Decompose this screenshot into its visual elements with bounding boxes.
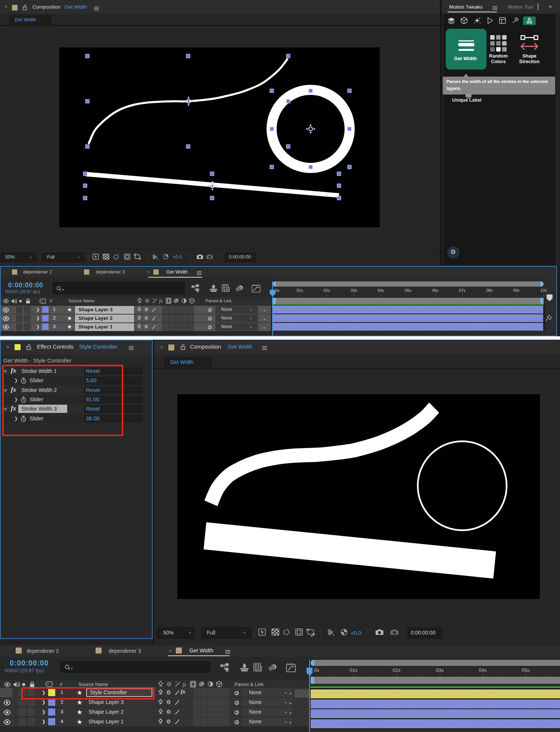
svg-text:fx: fx — [183, 682, 187, 688]
svg-text:fx: fx — [159, 298, 163, 304]
